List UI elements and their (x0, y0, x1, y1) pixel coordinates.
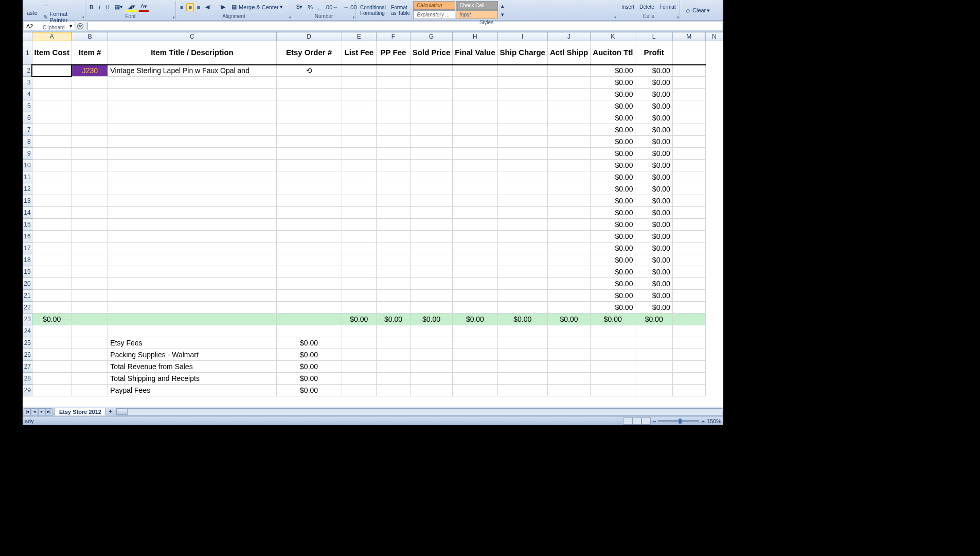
cell[interactable] (108, 242, 276, 254)
cell[interactable] (342, 124, 376, 136)
row-header[interactable]: 26 (23, 349, 32, 361)
row-header[interactable]: 29 (23, 385, 32, 396)
cell[interactable] (547, 219, 590, 231)
cell[interactable] (453, 290, 497, 302)
align-left-button[interactable]: ≡ (178, 3, 185, 11)
cell[interactable] (410, 254, 452, 266)
cell[interactable] (108, 207, 276, 219)
header-cell[interactable]: Item Title / Description (108, 41, 276, 65)
cell[interactable] (108, 171, 276, 183)
cell[interactable] (497, 100, 547, 112)
cell[interactable] (453, 278, 497, 290)
cell[interactable] (72, 171, 108, 183)
cell[interactable] (547, 112, 590, 124)
increase-decimal-button[interactable]: .00→ (323, 3, 340, 11)
row-header[interactable]: 27 (23, 361, 32, 373)
cell[interactable] (342, 65, 376, 77)
summary-cell[interactable] (377, 361, 411, 373)
cell[interactable] (497, 195, 547, 207)
cell[interactable] (108, 100, 276, 112)
cell[interactable] (377, 219, 411, 231)
cell[interactable] (32, 148, 72, 160)
cell[interactable]: $0.00 (635, 124, 672, 136)
cell[interactable] (276, 231, 342, 242)
summary-cell[interactable] (72, 385, 108, 396)
cell[interactable] (410, 160, 452, 171)
cell[interactable] (377, 231, 411, 242)
cell[interactable] (547, 254, 590, 266)
tab-first[interactable]: |◂ (24, 408, 31, 415)
insert-button[interactable]: Insert (619, 4, 636, 10)
summary-cell[interactable] (672, 337, 705, 349)
cell[interactable] (547, 89, 590, 100)
cell[interactable] (547, 325, 590, 337)
col-header-C[interactable]: C (108, 32, 276, 41)
cell[interactable] (342, 100, 376, 112)
horizontal-scrollbar[interactable] (116, 408, 722, 415)
style-input[interactable]: Input (456, 10, 498, 19)
summary-cell[interactable] (377, 349, 411, 361)
cell[interactable] (32, 242, 72, 254)
cell[interactable] (72, 112, 108, 124)
cell[interactable] (635, 325, 672, 337)
cell[interactable] (672, 254, 705, 266)
summary-cell[interactable] (547, 385, 590, 396)
cell[interactable] (497, 89, 547, 100)
summary-cell[interactable] (497, 361, 547, 373)
cell[interactable] (342, 195, 376, 207)
cell[interactable]: $0.00 (635, 207, 672, 219)
cell[interactable] (72, 207, 108, 219)
col-header-K[interactable]: K (591, 32, 635, 41)
row-header[interactable]: 17 (23, 242, 32, 254)
cell[interactable] (342, 148, 376, 160)
summary-cell[interactable] (377, 385, 411, 396)
cell[interactable] (342, 242, 376, 254)
cell[interactable] (547, 266, 590, 278)
row-header[interactable]: 24 (23, 325, 32, 337)
cell[interactable] (497, 136, 547, 148)
cell[interactable]: $0.00 (591, 112, 635, 124)
cell[interactable] (591, 325, 635, 337)
cell[interactable] (672, 266, 705, 278)
cell[interactable]: $0.00 (635, 100, 672, 112)
cell[interactable]: $0.00 (635, 266, 672, 278)
cell[interactable] (497, 302, 547, 314)
cell[interactable] (276, 219, 342, 231)
totals-cell[interactable]: $0.00 (453, 314, 497, 325)
summary-cell[interactable] (377, 373, 411, 385)
cell[interactable]: $0.00 (591, 171, 635, 183)
cell[interactable] (453, 160, 497, 171)
row-header[interactable]: 25 (23, 337, 32, 349)
cell[interactable] (276, 171, 342, 183)
cell[interactable] (342, 77, 376, 89)
cell[interactable]: $0.00 (635, 302, 672, 314)
header-cell[interactable]: List Fee (342, 41, 376, 65)
cell[interactable] (377, 254, 411, 266)
summary-cell[interactable] (672, 361, 705, 373)
cell[interactable] (276, 207, 342, 219)
style-calculation[interactable]: Calculation (413, 1, 455, 10)
cell[interactable] (547, 160, 590, 171)
totals-cell[interactable]: $0.00 (497, 314, 547, 325)
cell[interactable] (276, 112, 342, 124)
underline-button[interactable]: U (103, 3, 112, 11)
zoom-in[interactable]: + (701, 418, 704, 424)
cell[interactable] (32, 231, 72, 242)
row-header[interactable]: 2 (23, 65, 32, 77)
summary-cell[interactable]: Total Shipping and Receipts (108, 373, 276, 385)
summary-cell[interactable] (591, 337, 635, 349)
cell[interactable] (453, 195, 497, 207)
cell[interactable] (108, 290, 276, 302)
cell[interactable] (276, 77, 342, 89)
cell[interactable] (453, 136, 497, 148)
summary-cell[interactable] (672, 385, 705, 396)
row-header[interactable]: 19 (23, 266, 32, 278)
cell[interactable] (672, 195, 705, 207)
cell[interactable] (672, 136, 705, 148)
cell[interactable] (410, 278, 452, 290)
cell[interactable] (453, 183, 497, 195)
cell[interactable] (108, 254, 276, 266)
cell[interactable]: $0.00 (591, 219, 635, 231)
cell[interactable] (672, 160, 705, 171)
summary-cell[interactable]: Total Revenue from Sales (108, 361, 276, 373)
